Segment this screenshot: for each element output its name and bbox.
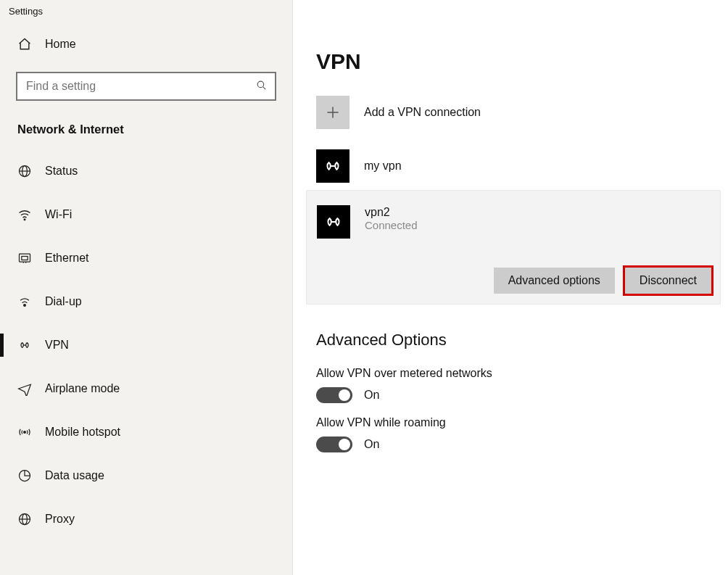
plus-icon [316,96,349,129]
sidebar-item-datausage[interactable]: Data usage [0,454,292,497]
proxy-icon [17,512,32,526]
sidebar-item-proxy[interactable]: Proxy [0,497,292,541]
metered-toggle[interactable] [316,387,352,403]
datausage-icon [17,468,32,483]
hotspot-icon [17,425,32,439]
main-content: VPN Add a VPN connection my vpn [293,0,728,575]
sidebar-item-label: Airplane mode [32,382,120,395]
vpn-tile-icon [317,205,350,239]
sidebar-nav: Status Wi-Fi Ethernet [0,149,292,541]
option-label: Allow VPN while roaming [293,410,728,434]
sidebar-item-label: Ethernet [32,252,88,265]
option-label: Allow VPN over metered networks [293,361,728,384]
ethernet-icon [17,251,32,265]
sidebar-item-vpn[interactable]: VPN [0,323,292,367]
sidebar-item-label: Dial-up [32,295,82,308]
search-input[interactable] [25,79,255,94]
vpn-connection-card-selected[interactable]: vpn2 Connected Advanced options Disconne… [306,190,721,305]
vpn-connection-item[interactable]: my vpn [293,145,728,187]
sidebar-item-label: Data usage [32,469,104,482]
sidebar: Settings Home Network & Internet [0,0,293,575]
sidebar-item-label: Status [32,165,78,178]
vpn-name: my vpn [364,160,402,173]
svg-rect-6 [20,254,30,262]
disconnect-button[interactable]: Disconnect [625,268,711,294]
add-vpn-label: Add a VPN connection [364,106,481,119]
sidebar-item-dialup[interactable]: Dial-up [0,280,292,323]
sidebar-item-label: Proxy [32,513,75,526]
sidebar-item-label: Wi-Fi [32,208,72,221]
sidebar-item-label: VPN [32,339,69,352]
svg-point-0 [257,81,264,88]
sidebar-item-label: Mobile hotspot [32,426,120,439]
roaming-toggle[interactable] [316,437,352,452]
sidebar-item-status[interactable]: Status [0,149,292,193]
page-title: VPN [293,0,728,91]
home-label: Home [32,38,76,51]
vpn-status: Connected [365,219,418,232]
svg-point-5 [24,219,25,220]
advanced-options-button[interactable]: Advanced options [494,268,615,294]
sidebar-item-airplane[interactable]: Airplane mode [0,367,292,410]
search-box[interactable] [16,72,276,101]
vpn-name: vpn2 [365,205,418,219]
home-icon [17,37,32,51]
window-title: Settings [0,4,292,30]
svg-point-10 [24,305,26,307]
home-nav[interactable]: Home [0,30,292,59]
sidebar-item-hotspot[interactable]: Mobile hotspot [0,410,292,454]
toggle-state: On [364,389,379,402]
svg-point-12 [24,431,26,434]
sidebar-category: Network & Internet [0,112,292,149]
sidebar-item-ethernet[interactable]: Ethernet [0,236,292,280]
svg-rect-7 [22,257,28,260]
airplane-icon [17,381,32,396]
vpn-tile-icon [316,149,349,183]
advanced-options-heading: Advanced Options [293,305,728,361]
sidebar-item-wifi[interactable]: Wi-Fi [0,193,292,236]
search-icon [255,79,268,94]
svg-line-1 [263,87,266,90]
globe-icon [17,164,32,178]
wifi-icon [17,207,32,222]
vpn-icon [17,338,32,352]
dialup-icon [17,294,32,309]
add-vpn-connection[interactable]: Add a VPN connection [293,91,728,133]
toggle-state: On [364,438,379,451]
